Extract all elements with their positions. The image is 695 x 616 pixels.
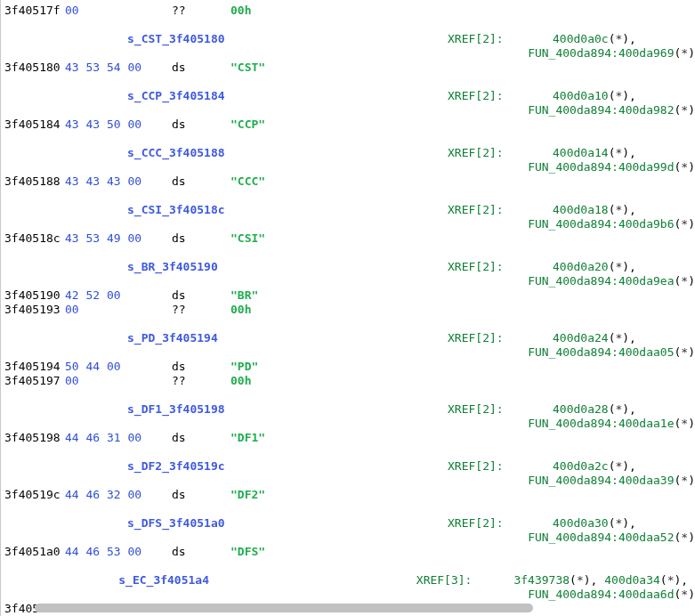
xref-function[interactable]: FUN_400da894:400da99d xyxy=(528,160,674,174)
label-row[interactable]: s_DF1_3f405198XREF[2]:400d0a28(*), xyxy=(4,402,695,417)
symbol-label[interactable]: s_EC_3f4051a4 xyxy=(118,573,416,588)
bytes: 43 53 54 00 xyxy=(65,61,172,75)
operand: 00h xyxy=(230,4,337,18)
data-row[interactable]: 3f40519450 44 00ds"PD" xyxy=(4,360,695,374)
xref-continuation-row: FUN_400da894:400da969(*) xyxy=(4,46,695,61)
data-row[interactable]: 3f40518043 53 54 00ds"CST" xyxy=(4,61,695,75)
mnemonic: ds xyxy=(172,431,230,445)
blank-row xyxy=(4,132,695,146)
xref-list: FUN_400da894:400da969(*) xyxy=(528,46,695,61)
operand: "DF1" xyxy=(230,431,337,445)
symbol-label[interactable]: s_DFS_3f4051a0 xyxy=(127,516,448,531)
data-row[interactable]: 3f40519300??00h xyxy=(4,303,695,317)
xref-header: XREF[2]: xyxy=(448,459,553,474)
xref-list: FUN_400da894:400da9ea(*) xyxy=(528,274,695,288)
label-row[interactable]: s_DF2_3f40519cXREF[2]:400d0a2c(*), xyxy=(4,459,695,474)
operand: "CCP" xyxy=(230,118,337,132)
xref-list: FUN_400da894:400daa52(*) xyxy=(528,531,695,545)
xref-list: 400d0a24(*), xyxy=(553,331,643,345)
blank-row xyxy=(4,502,695,516)
address: 3f405194 xyxy=(4,360,65,374)
address: 3f405190 xyxy=(4,288,65,303)
symbol-label[interactable]: s_DF2_3f40519c xyxy=(127,459,448,474)
xref-continuation-row: FUN_400da894:400daa39(*) xyxy=(4,474,695,488)
xref-address[interactable]: 400d0a20 xyxy=(553,260,609,273)
xref-list: 400d0a0c(*), xyxy=(553,32,643,46)
address: 3f40517f xyxy=(4,4,65,18)
xref-list: FUN_400da894:400da9b6(*) xyxy=(528,217,695,231)
address: 3f405188 xyxy=(4,174,65,189)
label-row[interactable]: s_CST_3f405180XREF[2]:400d0a0c(*), xyxy=(4,32,695,46)
bytes: 50 44 00 xyxy=(65,360,172,374)
xref-continuation-row: FUN_400da894:400daa6d(*) xyxy=(4,588,695,602)
label-row[interactable]: s_CSI_3f40518cXREF[2]:400d0a18(*), xyxy=(4,203,695,217)
xref-list: FUN_400da894:400daa05(*) xyxy=(528,345,695,360)
xref-address[interactable]: 400d0a30 xyxy=(553,516,609,530)
xref-continuation-row: FUN_400da894:400daa52(*) xyxy=(4,531,695,545)
xref-address[interactable]: 400d0a14 xyxy=(553,146,609,159)
symbol-label[interactable]: s_CST_3f405180 xyxy=(127,32,448,46)
xref-list: FUN_400da894:400da99d(*) xyxy=(528,160,695,174)
data-row[interactable]: 3f4051a044 46 53 00ds"DFS" xyxy=(4,545,695,559)
label-row[interactable]: s_DFS_3f4051a0XREF[2]:400d0a30(*), xyxy=(4,516,695,531)
horizontal-scrollbar[interactable] xyxy=(13,604,690,614)
data-row[interactable]: 3f40519700??00h xyxy=(4,374,695,388)
data-row[interactable]: 3f40519c44 46 32 00ds"DF2" xyxy=(4,488,695,502)
bytes: 00 xyxy=(65,303,172,317)
data-row[interactable]: 3f40517f00??00h xyxy=(4,4,695,18)
label-row[interactable]: s_CCC_3f405188XREF[2]:400d0a14(*), xyxy=(4,146,695,160)
xref-address[interactable]: 400d0a10 xyxy=(553,89,609,102)
label-row[interactable]: s_BR_3f405190XREF[2]:400d0a20(*), xyxy=(4,260,695,274)
scrollbar-thumb[interactable] xyxy=(35,604,533,612)
xref-address[interactable]: 400d0a0c xyxy=(553,32,609,45)
xref-function[interactable]: FUN_400da894:400da969 xyxy=(528,46,674,60)
xref-list: 400d0a28(*), xyxy=(553,402,643,417)
blank-row xyxy=(4,317,695,331)
symbol-label[interactable]: s_PD_3f405194 xyxy=(127,331,448,345)
xref-address[interactable]: 3f439738 xyxy=(513,573,570,587)
label-row[interactable]: s_EC_3f4051a4XREF[3]:3f439738(*), 400d0a… xyxy=(4,573,695,588)
symbol-label[interactable]: s_DF1_3f405198 xyxy=(127,402,448,417)
data-row[interactable]: 3f40519042 52 00ds"BR" xyxy=(4,288,695,303)
xref-function[interactable]: FUN_400da894:400daa39 xyxy=(528,474,674,487)
xref-address[interactable]: 400d0a28 xyxy=(553,402,609,416)
xref-function[interactable]: FUN_400da894:400daa52 xyxy=(528,531,674,544)
xref-function[interactable]: FUN_400da894:400da9b6 xyxy=(528,217,674,231)
xref-address[interactable]: 400d0a34 xyxy=(604,573,660,587)
bytes: 43 43 43 00 xyxy=(65,174,172,189)
mnemonic: ds xyxy=(172,61,230,75)
xref-list: FUN_400da894:400daa1e(*) xyxy=(528,417,695,431)
xref-function[interactable]: FUN_400da894:400da982 xyxy=(528,103,674,117)
symbol-label[interactable]: s_BR_3f405190 xyxy=(127,260,448,274)
blank-row xyxy=(4,18,695,32)
disassembly-listing[interactable]: 3f40517f00??00hs_CST_3f405180XREF[2]:400… xyxy=(0,0,695,616)
xref-address[interactable]: 400d0a24 xyxy=(553,331,609,344)
xref-list: 3f439738(*), 400d0a34(*), xyxy=(513,573,695,588)
label-row[interactable]: s_CCP_3f405184XREF[2]:400d0a10(*), xyxy=(4,89,695,103)
data-row[interactable]: 3f40518c43 53 49 00ds"CSI" xyxy=(4,231,695,246)
operand: "BR" xyxy=(230,288,337,303)
symbol-label[interactable]: s_CSI_3f40518c xyxy=(127,203,448,217)
data-row[interactable]: 3f40518443 43 50 00ds"CCP" xyxy=(4,118,695,132)
address: 3f405193 xyxy=(4,303,65,317)
operand: "DF2" xyxy=(230,488,337,502)
blank-row xyxy=(4,189,695,203)
xref-function[interactable]: FUN_400da894:400daa6d xyxy=(528,588,674,601)
symbol-label[interactable]: s_CCC_3f405188 xyxy=(127,146,448,160)
symbol-label[interactable]: s_CCP_3f405184 xyxy=(127,89,448,103)
label-row[interactable]: s_PD_3f405194XREF[2]:400d0a24(*), xyxy=(4,331,695,345)
operand: "CST" xyxy=(230,61,337,75)
xref-address[interactable]: 400d0a2c xyxy=(553,459,609,473)
data-row[interactable]: 3f40519844 46 31 00ds"DF1" xyxy=(4,431,695,445)
xref-function[interactable]: FUN_400da894:400daa05 xyxy=(528,345,674,359)
xref-continuation-row: FUN_400da894:400da9b6(*) xyxy=(4,217,695,231)
xref-list: FUN_400da894:400da982(*) xyxy=(528,103,695,118)
mnemonic: ds xyxy=(172,174,230,189)
mnemonic: ?? xyxy=(172,303,230,317)
xref-address[interactable]: 400d0a18 xyxy=(553,203,609,216)
xref-function[interactable]: FUN_400da894:400daa1e xyxy=(528,417,674,430)
data-row[interactable]: 3f40518843 43 43 00ds"CCC" xyxy=(4,174,695,189)
mnemonic: ds xyxy=(172,231,230,246)
operand: "CCC" xyxy=(230,174,337,189)
xref-function[interactable]: FUN_400da894:400da9ea xyxy=(528,274,674,288)
